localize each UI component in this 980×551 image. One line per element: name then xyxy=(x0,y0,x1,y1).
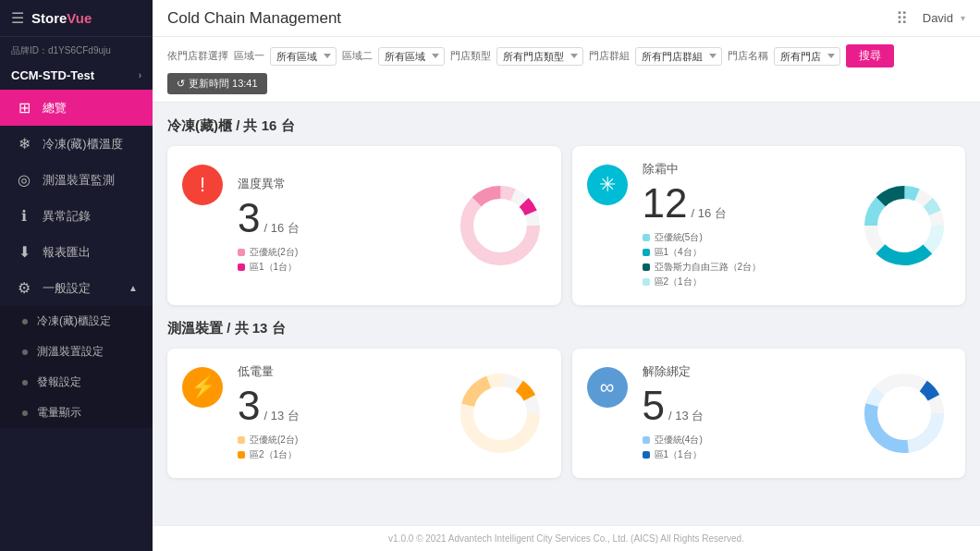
legend-dot xyxy=(643,278,650,286)
card-temp-anomaly: ! 溫度異常 3 / 16 台 亞優統(2台) 區1（1台） xyxy=(167,146,561,305)
sidebar-header: ☰ StoreVue xyxy=(0,0,153,37)
dot-icon xyxy=(22,410,28,416)
sidebar-item-refrigerator-temp[interactable]: ❄ 冷凍(藏)櫃溫度 xyxy=(0,126,153,162)
legend-item: 亞優統(4台) xyxy=(643,434,844,447)
topbar: Cold Chain Management ⠿ David ▾ xyxy=(153,0,980,37)
card-icon-temp-anomaly: ! xyxy=(182,165,223,205)
refresh-button[interactable]: ↺ 更新時間 13:41 xyxy=(167,73,267,94)
filter-bar: 依門店群選擇 區域一 所有區域 區域二 所有區域 門店類型 所有門店類型 門店群… xyxy=(153,37,980,103)
legend-item: 區2（1台） xyxy=(643,276,844,288)
footer: v1.0.0 © 2021 Advantech Intelligent City… xyxy=(153,525,980,551)
legend-dot xyxy=(238,249,245,256)
nav-icon-overview: ⊞ xyxy=(15,99,33,116)
grid-icon[interactable]: ⠿ xyxy=(896,8,908,29)
area1-select[interactable]: 所有區域 xyxy=(270,47,337,66)
legend-label: 區1（4台） xyxy=(655,246,702,259)
legend-label: 亞優統(2台) xyxy=(250,246,298,259)
nav-icon-device-monitor: ◎ xyxy=(15,171,33,189)
card-count-wrap: 3 / 13 台 xyxy=(238,386,439,426)
card-total: / 13 台 xyxy=(668,408,704,424)
nav-list: ⊞ 總覽 ❄ 冷凍(藏)櫃溫度 ◎ 測溫裝置監測 ℹ 異常記錄 ⬇ 報表匯出 ⚙… xyxy=(0,90,153,306)
legend-label: 亞優統(2台) xyxy=(250,434,298,447)
legend-dot xyxy=(643,436,650,444)
user-menu[interactable]: David xyxy=(923,11,953,25)
sidebar-subitem-alert-settings[interactable]: 發報設定 xyxy=(0,367,153,398)
filter-label: 依門店群選擇 xyxy=(167,49,228,63)
nav-label-report-export: 報表匯出 xyxy=(43,244,91,261)
legend-item: 亞魯斯力自由三路（2台） xyxy=(643,261,844,274)
user-chevron[interactable]: ▾ xyxy=(961,13,965,23)
chevron-right-icon: › xyxy=(139,70,141,80)
legend-label: 區2（1台） xyxy=(250,448,297,461)
store-name[interactable]: CCM-STD-Test › xyxy=(0,65,153,90)
card-icon-low-battery: ⚡ xyxy=(182,367,223,408)
dot-icon xyxy=(22,319,28,324)
card-info-unbound: 解除綁定 5 / 13 台 亞優統(4台) 區1（1台） xyxy=(643,363,844,463)
legend-label: 區1（1台） xyxy=(250,261,297,274)
legend-label: 區1（1台） xyxy=(655,448,702,461)
sub-nav-label: 電量顯示 xyxy=(37,405,81,421)
legend-dot xyxy=(643,249,650,256)
sidebar-item-overview[interactable]: ⊞ 總覽 xyxy=(0,90,153,126)
sub-nav-label: 測溫裝置設定 xyxy=(37,344,104,360)
menu-icon[interactable]: ☰ xyxy=(11,9,24,27)
page-title: Cold Chain Management xyxy=(167,9,341,28)
legend-item: 區1（1台） xyxy=(643,448,844,461)
legend-item: 亞優統(2台) xyxy=(238,434,439,447)
card-title-low-battery: 低電量 xyxy=(238,363,439,380)
area2-select[interactable]: 所有區域 xyxy=(378,47,445,66)
nav-label-anomaly-log: 異常記錄 xyxy=(43,208,91,225)
card-info-defrost: 除霜中 12 / 16 台 亞優統(5台) 區1（4台） 亞魯斯力自由三路（2台… xyxy=(643,161,844,290)
legend-dot xyxy=(643,234,650,241)
card-total: / 16 台 xyxy=(263,220,299,237)
expand-icon: ▲ xyxy=(129,283,138,293)
nav-icon-general-settings: ⚙ xyxy=(15,279,33,297)
legend-item: 區1（1台） xyxy=(238,261,439,274)
card-count: 5 xyxy=(643,386,665,426)
card-title-defrost: 除霜中 xyxy=(643,161,844,178)
sidebar-item-report-export[interactable]: ⬇ 報表匯出 xyxy=(0,234,153,270)
card-icon-unbound: ∞ xyxy=(587,367,628,408)
card-info-low-battery: 低電量 3 / 13 台 亞優統(2台) 區2（1台） xyxy=(238,363,439,463)
sidebar-subitem-refrigerator-settings[interactable]: 冷凍(藏)櫃設定 xyxy=(0,306,153,337)
donut-chart-temp-anomaly xyxy=(454,179,546,272)
area2-label: 區域二 xyxy=(342,49,373,63)
card-legend: 亞優統(4台) 區1（1台） xyxy=(643,434,844,461)
store-type-select[interactable]: 所有門店類型 xyxy=(496,47,583,66)
card-count-wrap: 3 / 16 台 xyxy=(238,198,439,239)
device-section-title: 測溫裝置 / 共 13 台 xyxy=(167,320,965,337)
main-area: Cold Chain Management ⠿ David ▾ 依門店群選擇 區… xyxy=(153,0,980,551)
sidebar-item-general-settings[interactable]: ⚙ 一般設定 ▲ xyxy=(0,270,153,306)
store-name-select[interactable]: 所有門店 xyxy=(774,47,840,66)
legend-label: 亞優統(5台) xyxy=(655,231,703,244)
legend-dot xyxy=(238,263,245,271)
card-icon-defrost: ✳ xyxy=(587,165,628,205)
legend-dot xyxy=(238,451,245,459)
store-group-select[interactable]: 所有門店群組 xyxy=(635,47,722,66)
sidebar-subitem-device-settings[interactable]: 測溫裝置設定 xyxy=(0,337,153,367)
legend-dot xyxy=(643,263,650,271)
sub-nav-label: 發報設定 xyxy=(37,374,81,390)
card-legend: 亞優統(2台) 區2（1台） xyxy=(238,434,439,461)
sidebar-item-anomaly-log[interactable]: ℹ 異常記錄 xyxy=(0,198,153,234)
card-legend: 亞優統(5台) 區1（4台） 亞魯斯力自由三路（2台） 區2（1台） xyxy=(643,231,844,288)
card-title-unbound: 解除綁定 xyxy=(643,363,844,380)
card-low-battery: ⚡ 低電量 3 / 13 台 亞優統(2台) 區2（1台） xyxy=(167,349,561,478)
sidebar: ☰ StoreVue 品牌ID：d1YS6CFd9uju CCM-STD-Tes… xyxy=(0,0,153,551)
card-info-temp-anomaly: 溫度異常 3 / 16 台 亞優統(2台) 區1（1台） xyxy=(238,176,439,276)
legend-item: 亞優統(2台) xyxy=(238,246,439,259)
sidebar-item-device-monitor[interactable]: ◎ 測溫裝置監測 xyxy=(0,162,153,198)
refresh-icon: ↺ xyxy=(177,78,185,90)
donut-chart-low-battery xyxy=(454,367,546,459)
legend-label: 亞優統(4台) xyxy=(655,434,703,447)
card-total: / 13 台 xyxy=(263,408,299,424)
legend-item: 區2（1台） xyxy=(238,448,439,461)
area1-label: 區域一 xyxy=(234,49,264,63)
legend-dot xyxy=(238,436,245,444)
card-defrost: ✳ 除霜中 12 / 16 台 亞優統(5台) 區1（4台） 亞魯斯力自由三路（… xyxy=(572,146,966,305)
donut-chart-defrost xyxy=(858,179,950,272)
content-area: 冷凍(藏)櫃 / 共 16 台 ! 溫度異常 3 / 16 台 亞優統(2台) … xyxy=(153,103,980,525)
search-button[interactable]: 搜尋 xyxy=(846,44,894,67)
card-count-wrap: 12 / 16 台 xyxy=(643,183,844,224)
sidebar-subitem-power-display[interactable]: 電量顯示 xyxy=(0,398,153,428)
